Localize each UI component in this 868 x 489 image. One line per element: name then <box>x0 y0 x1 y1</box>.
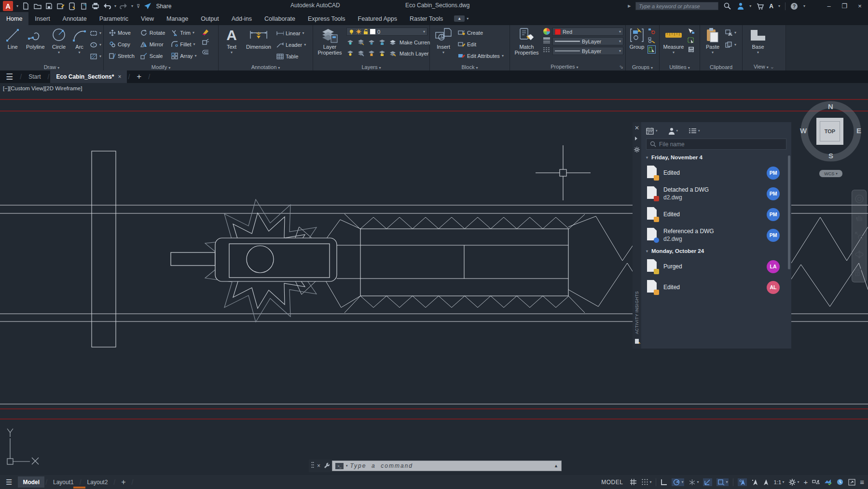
polar-caret-icon[interactable]: ▾ <box>681 480 683 484</box>
help-search-input[interactable] <box>635 2 718 10</box>
activity-date-filter-button[interactable]: ▾ <box>646 127 658 135</box>
edit-block-button[interactable]: Edit <box>458 40 504 49</box>
ribbon-tab-output[interactable]: Output <box>194 12 225 25</box>
ellipse-tool-button[interactable]: ▾ <box>90 40 101 49</box>
paste-button[interactable]: Paste ▾ <box>703 27 722 56</box>
linetype-combo[interactable]: ByLayer ▾ <box>552 47 623 55</box>
quick-calculator-icon[interactable] <box>688 46 695 53</box>
viewcube-east[interactable]: E <box>856 126 861 135</box>
open-folder-icon[interactable] <box>33 2 41 10</box>
match-properties-button[interactable]: Match Properties <box>513 27 540 56</box>
measure-caret-icon[interactable]: ▾ <box>673 50 675 56</box>
new-file-icon[interactable] <box>22 2 30 10</box>
activity-row[interactable]: Edited PM <box>646 206 786 223</box>
edit-attributes-button[interactable]: Edit Attributes ▾ <box>458 51 504 60</box>
activity-search-box[interactable] <box>646 139 786 150</box>
scale-button[interactable]: Scale <box>140 51 165 60</box>
panel-layers-label[interactable]: Layers ▾ <box>313 64 429 70</box>
layer-lock-icon[interactable] <box>378 39 386 46</box>
layout-tab-layout1[interactable]: Layout1 <box>48 476 79 488</box>
command-expand-icon[interactable]: ▲ <box>554 463 558 468</box>
move-button[interactable]: Move <box>109 28 135 37</box>
annotation-visibility-toggle-icon[interactable] <box>738 478 747 486</box>
undo-caret-icon[interactable]: ▾ <box>114 4 116 8</box>
close-button[interactable]: × <box>854 2 865 10</box>
autodesk-a-icon[interactable]: A <box>769 3 773 10</box>
activity-date-group[interactable]: ▾Friday, November 4 <box>646 154 786 160</box>
activity-row[interactable]: Detached a DWG d2.dwg PM <box>646 185 786 202</box>
avatar[interactable]: PM <box>767 167 780 180</box>
search-icon[interactable] <box>723 2 731 10</box>
viewcube[interactable]: N W E S TOP WCS▾ <box>797 88 865 180</box>
crosshair-toggle-icon[interactable]: + <box>803 478 808 486</box>
panel-draw-label[interactable]: Draw ▾ <box>0 64 103 70</box>
cut-icon[interactable] <box>725 29 732 36</box>
layout-tab-layout2[interactable]: Layout2 <box>83 476 113 488</box>
clean-screen-icon[interactable] <box>848 479 855 486</box>
fillet-button[interactable]: Fillet ▾ <box>171 40 196 49</box>
color-wheel-icon[interactable] <box>543 28 550 35</box>
save-to-mobile-icon[interactable] <box>80 2 88 10</box>
ribbon-tab-raster-tools[interactable]: Raster Tools <box>403 12 449 25</box>
activity-autohide-icon[interactable] <box>634 136 640 142</box>
autocad-app-icon[interactable]: A <box>3 1 13 11</box>
lineweight-combo[interactable]: ByLayer ▾ <box>552 37 623 45</box>
navigation-wheel-icon[interactable] <box>854 194 864 206</box>
ribbon-tab-home[interactable]: Home <box>0 12 28 25</box>
viewcube-west[interactable]: W <box>800 126 807 135</box>
share-label[interactable]: Share <box>156 3 171 10</box>
isometric-drafting-toggle-icon[interactable]: ▾ <box>689 479 699 486</box>
text-button[interactable]: A Text ▾ <box>222 27 241 61</box>
annotation-scale-value[interactable]: 1:1 ▾ <box>773 479 784 485</box>
ribbon-tab-express-tools[interactable]: Express Tools <box>302 12 352 25</box>
wcs-menu-button[interactable]: WCS▾ <box>819 170 842 177</box>
cut-caret-icon[interactable]: ▾ <box>734 30 736 35</box>
layer-freeze-icon[interactable] <box>368 39 375 46</box>
restore-button[interactable]: ❐ <box>839 2 850 10</box>
mirror-button[interactable]: Mirror <box>140 40 165 49</box>
edit-attributes-caret-icon[interactable]: ▾ <box>502 54 504 58</box>
array-caret-icon[interactable]: ▾ <box>195 54 197 58</box>
hardware-acceleration-icon[interactable] <box>836 478 844 486</box>
text-caret-icon[interactable]: ▾ <box>231 50 233 56</box>
annotation-scale-icon[interactable] <box>763 479 769 486</box>
workspace-gear-icon[interactable]: ▾ <box>788 478 799 486</box>
linear-caret-icon[interactable]: ▾ <box>303 31 304 35</box>
save-as-icon[interactable] <box>56 2 65 10</box>
account-caret-icon[interactable]: ▾ <box>749 4 751 8</box>
activity-type-filter-button[interactable]: ▾ <box>689 128 700 134</box>
customize-qat-icon[interactable]: ⊽ <box>137 3 140 9</box>
copy-clip-icon[interactable] <box>725 41 732 48</box>
command-input[interactable] <box>350 462 552 469</box>
ribbon-tab-view[interactable]: View <box>135 12 160 25</box>
command-close-icon[interactable]: × <box>317 462 320 469</box>
grid-toggle-icon[interactable] <box>630 478 637 486</box>
layer-properties-button[interactable]: Layer Properties <box>316 27 344 58</box>
command-drag-grip[interactable] <box>311 461 314 470</box>
scale-caret-icon[interactable]: ▾ <box>782 480 784 484</box>
arc-button[interactable]: Arc ▾ <box>71 27 87 61</box>
arc-caret-icon[interactable]: ▾ <box>79 50 81 56</box>
app-store-cart-icon[interactable] <box>756 2 764 10</box>
avatar[interactable]: PM <box>767 229 780 242</box>
file-tab-close-icon[interactable]: × <box>118 73 121 80</box>
panel-view-label[interactable]: View ▾ ⌄ <box>743 64 785 70</box>
command-prompt-icon[interactable]: >_ <box>335 463 344 469</box>
match-layer-label[interactable]: Match Layer <box>400 51 429 56</box>
workspace-caret-icon[interactable]: ▾ <box>797 480 799 484</box>
avatar[interactable]: AL <box>767 281 780 294</box>
activity-close-icon[interactable]: ✕ <box>634 125 639 131</box>
activity-scrollbar-thumb[interactable] <box>788 155 790 269</box>
make-current-icon[interactable] <box>389 39 396 46</box>
lineweight-icon[interactable] <box>543 37 550 44</box>
show-motion-icon[interactable] <box>855 268 864 278</box>
copy-clip-caret-icon[interactable]: ▾ <box>734 42 736 47</box>
layout-tab-model[interactable]: Model <box>18 476 44 488</box>
base-caret-icon[interactable]: ▾ <box>757 50 759 56</box>
hatch-caret-icon[interactable]: ▾ <box>99 54 101 58</box>
layer-thaw-all-icon[interactable] <box>368 50 375 57</box>
command-input-bar[interactable]: >_ ▾ ▲ <box>332 461 562 471</box>
rotate-button[interactable]: Rotate <box>140 28 165 37</box>
hatch-tool-button[interactable]: ▾ <box>90 52 101 61</box>
circle-caret-icon[interactable]: ▾ <box>58 50 60 56</box>
